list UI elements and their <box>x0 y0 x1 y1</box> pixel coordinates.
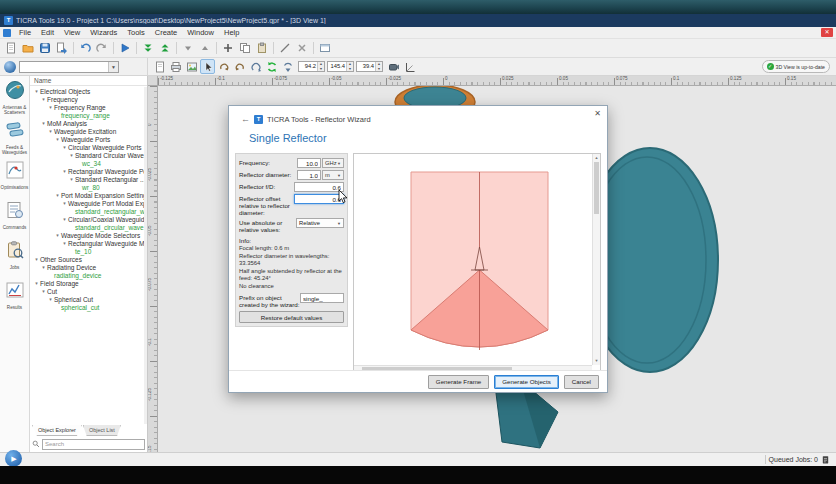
tree-item[interactable]: te_10 <box>30 247 144 255</box>
clear-icon[interactable] <box>294 40 310 56</box>
open-folder-icon[interactable] <box>20 40 36 56</box>
tree-item[interactable]: ▾ Cut <box>30 287 144 295</box>
dialog-close-button[interactable]: ✕ <box>594 110 601 118</box>
spin-down-icon[interactable]: ▼ <box>318 67 324 72</box>
expand-arrow-icon[interactable]: ▾ <box>61 200 68 206</box>
tree-item[interactable]: ▾ Port Modal Expansion Settings <box>30 191 144 199</box>
tree-item[interactable]: ▾ Spherical Cut <box>30 295 144 303</box>
globe-icon[interactable] <box>4 61 16 73</box>
menu-window[interactable]: Window <box>182 27 219 39</box>
tree-item[interactable]: ▾ Electrical Objects <box>30 87 144 95</box>
frequency-unit-select[interactable]: GHz▼ <box>322 158 344 168</box>
tree-item[interactable]: spherical_cut <box>30 303 144 311</box>
new-file-icon[interactable] <box>3 40 19 56</box>
tab-object-explorer[interactable]: Object Explorer <box>32 425 82 436</box>
diameter-unit-select[interactable]: m▼ <box>322 170 344 180</box>
menu-wizards[interactable]: Wizards <box>85 27 122 39</box>
mdi-close-button[interactable]: ✕ <box>821 28 833 37</box>
menu-create[interactable]: Create <box>150 27 183 39</box>
sidebar-item-results[interactable]: Results <box>0 278 29 318</box>
tree-item[interactable]: ▾ Standard Circular Wave... <box>30 151 144 159</box>
expand-arrow-icon[interactable]: ▾ <box>33 88 40 94</box>
tree-item[interactable]: standard_circular_wave... <box>30 223 144 231</box>
redo-icon[interactable] <box>94 40 110 56</box>
expand-arrow-icon[interactable]: ▾ <box>54 192 61 198</box>
offset-input[interactable] <box>294 194 344 204</box>
tree-item[interactable]: wc_34 <box>30 159 144 167</box>
tree-item[interactable]: ▾ Waveguide Mode Selectors <box>30 231 144 239</box>
view-angle-field[interactable]: 39.4▲▼ <box>356 61 383 72</box>
expand-arrow-icon[interactable]: ▾ <box>54 136 61 142</box>
save-icon[interactable] <box>37 40 53 56</box>
tree-item[interactable]: ▾ Field Storage <box>30 279 144 287</box>
expand-arrow-icon[interactable]: ▾ <box>47 128 54 134</box>
run-button[interactable]: ▶ <box>5 450 22 467</box>
tree-item[interactable]: ▾ Rectangular Waveguide M... <box>30 239 144 247</box>
preview-vertical-scrollbar[interactable]: ▲ ▼ <box>592 154 600 365</box>
menu-help[interactable]: Help <box>219 27 244 39</box>
tree-item[interactable]: ▾ Circular Waveguide Ports <box>30 143 144 151</box>
refresh-green-icon[interactable] <box>264 59 279 74</box>
expand-arrow-icon[interactable]: ▾ <box>68 152 75 158</box>
double-up-icon[interactable] <box>157 40 173 56</box>
sidebar-item-antennas[interactable]: Antennas & Scatterers <box>0 78 29 118</box>
axes-icon[interactable] <box>402 59 417 74</box>
diameter-input[interactable] <box>297 170 321 180</box>
expand-arrow-icon[interactable]: ▾ <box>47 296 54 302</box>
expand-arrow-icon[interactable]: ▾ <box>61 168 68 174</box>
tree-item[interactable]: ▾ Waveguide Port Modal Exp... <box>30 199 144 207</box>
tree-item[interactable]: ▾ Rectangular Waveguide Ports <box>30 167 144 175</box>
menu-edit[interactable]: Edit <box>36 27 59 39</box>
expand-arrow-icon[interactable]: ▾ <box>61 144 68 150</box>
expand-arrow-icon[interactable]: ▾ <box>40 264 47 270</box>
absrel-select[interactable]: Relative▼ <box>296 218 344 228</box>
expand-arrow-icon[interactable]: ▾ <box>40 96 47 102</box>
sidebar-item-feeds[interactable]: Feeds & Waveguides <box>0 118 29 158</box>
doc-icon[interactable] <box>152 59 167 74</box>
double-down-icon[interactable] <box>140 40 156 56</box>
tree-item[interactable]: ▾ Waveguide Excitation <box>30 127 144 135</box>
copy-icon[interactable] <box>237 40 253 56</box>
export-icon[interactable] <box>54 40 70 56</box>
tri-down-icon[interactable] <box>180 40 196 56</box>
view-angle-field[interactable]: 94.2▲▼ <box>298 61 325 72</box>
expand-arrow-icon[interactable]: ▾ <box>33 256 40 262</box>
undo-icon[interactable] <box>77 40 93 56</box>
orbit-up-icon[interactable] <box>248 59 263 74</box>
tree-item[interactable]: ▾ Frequency Range <box>30 103 144 111</box>
tree-item[interactable]: ▾ Waveguide Ports <box>30 135 144 143</box>
camera-icon[interactable] <box>386 59 401 74</box>
image-icon[interactable] <box>184 59 199 74</box>
sidebar-item-jobs[interactable]: Jobs <box>0 238 29 278</box>
sidebar-item-commands[interactable]: Commands <box>0 198 29 238</box>
tree-item[interactable]: ▾ Frequency <box>30 95 144 103</box>
scroll-thumb[interactable] <box>594 162 599 214</box>
menu-tools[interactable]: Tools <box>122 27 150 39</box>
orbit-down-icon[interactable] <box>280 59 295 74</box>
play-icon[interactable] <box>117 40 133 56</box>
tree-item[interactable]: standard_rectangular_w... <box>30 207 144 215</box>
expand-arrow-icon[interactable]: ▾ <box>47 104 54 110</box>
expand-arrow-icon[interactable]: ▾ <box>40 120 47 126</box>
cancel-button[interactable]: Cancel <box>564 375 599 389</box>
tree-scrollbar[interactable] <box>144 87 147 424</box>
expand-arrow-icon[interactable]: ▾ <box>61 240 68 246</box>
tree-item[interactable]: ▾ Circular/Coaxial Waveguid... <box>30 215 144 223</box>
tree-item[interactable]: wr_80 <box>30 183 144 191</box>
cursor-icon[interactable] <box>200 59 215 74</box>
expand-arrow-icon[interactable]: ▾ <box>68 176 75 182</box>
expand-arrow-icon[interactable]: ▾ <box>40 288 47 294</box>
expand-arrow-icon[interactable]: ▾ <box>54 232 61 238</box>
line-icon[interactable] <box>277 40 293 56</box>
object-filter-combobox[interactable]: ▼ <box>19 61 119 73</box>
spin-down-icon[interactable]: ▼ <box>347 67 353 72</box>
expand-arrow-icon[interactable]: ▾ <box>61 216 68 222</box>
generate-frame-button[interactable]: Generate Frame <box>428 375 489 389</box>
orbit-left-icon[interactable] <box>216 59 231 74</box>
paste-icon[interactable] <box>254 40 270 56</box>
frequency-input[interactable] <box>297 158 321 168</box>
spin-down-icon[interactable]: ▼ <box>376 67 382 72</box>
tab-object-list[interactable]: Object List <box>83 425 121 436</box>
tri-up-icon[interactable] <box>197 40 213 56</box>
tree-item[interactable]: radiating_device <box>30 271 144 279</box>
